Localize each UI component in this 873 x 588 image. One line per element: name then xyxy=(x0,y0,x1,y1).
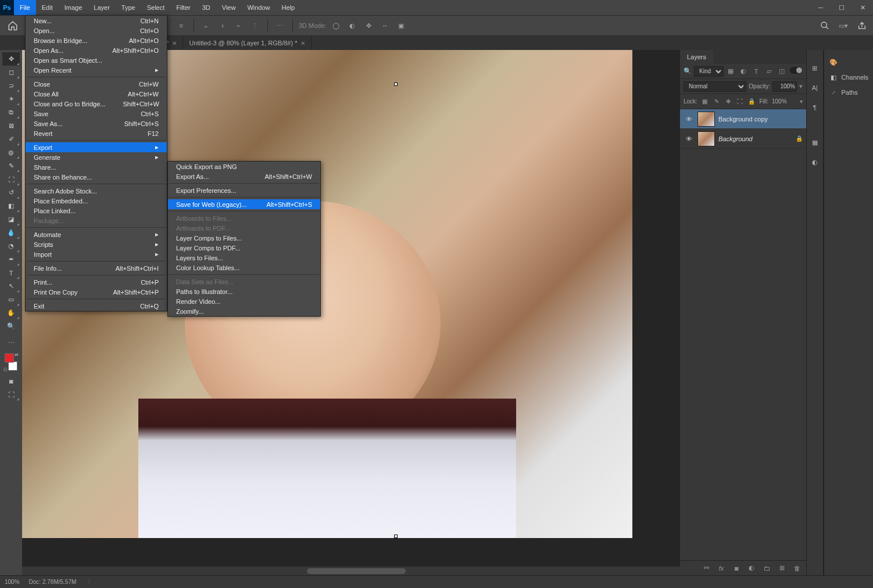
zoom-level[interactable]: 100% xyxy=(5,579,20,585)
delete-layer-icon[interactable]: 🗑 xyxy=(792,564,802,573)
menu-item-new[interactable]: New...Ctrl+N xyxy=(26,16,167,26)
eyedropper-tool[interactable]: ✐ xyxy=(2,132,20,146)
menu-item-search-adobe-stock[interactable]: Search Adobe Stock... xyxy=(26,186,167,196)
new-layer-icon[interactable]: ⊞ xyxy=(777,564,786,573)
menu-item-close-and-go-to-bridge[interactable]: Close and Go to Bridge...Shift+Ctrl+W xyxy=(26,99,167,109)
layer-name[interactable]: Background copy xyxy=(718,116,768,123)
more-options-icon[interactable]: ⋯ xyxy=(274,19,287,32)
distribute-icon[interactable]: ≡ xyxy=(175,19,188,32)
lock-image-icon[interactable]: ✎ xyxy=(713,98,721,106)
menu-item-open[interactable]: Open...Ctrl+O xyxy=(26,26,167,35)
menu-item-open-recent[interactable]: Open Recent▸ xyxy=(26,65,167,75)
lock-transparent-icon[interactable]: ▦ xyxy=(701,98,709,106)
align-bottom-icon[interactable]: ⫟ xyxy=(232,19,245,32)
filter-adjust-icon[interactable]: ◐ xyxy=(739,67,748,76)
orbit-3d-icon[interactable]: ◯ xyxy=(330,19,342,32)
character-icon[interactable]: A| xyxy=(808,81,821,94)
menu-item-exit[interactable]: ExitCtrl+Q xyxy=(26,301,167,311)
menu-layer[interactable]: Layer xyxy=(88,0,116,15)
menu-item-layer-comps-to-files[interactable]: Layer Comps to Files... xyxy=(168,233,320,243)
swatches-icon[interactable]: ▦ xyxy=(808,136,821,149)
menu-item-open-as-smart-object[interactable]: Open as Smart Object... xyxy=(26,55,167,65)
dodge-tool[interactable]: ◔ xyxy=(2,239,20,253)
menu-item-paths-to-illustrator[interactable]: Paths to Illustrator... xyxy=(168,286,320,296)
filter-smart-icon[interactable]: ◫ xyxy=(777,67,786,76)
properties-icon[interactable]: ⊞ xyxy=(808,62,821,74)
zoom-3d-icon[interactable]: ▣ xyxy=(395,19,407,32)
menu-edit[interactable]: Edit xyxy=(36,0,59,15)
menu-item-place-embedded[interactable]: Place Embedded... xyxy=(26,196,167,206)
menu-item-layers-to-files[interactable]: Layers to Files... xyxy=(168,253,320,263)
menu-file[interactable]: File xyxy=(14,0,36,15)
paths-panel-button[interactable]: ⟋Paths xyxy=(824,85,873,100)
layer-row[interactable]: 👁Background🔒 xyxy=(680,129,806,149)
eraser-tool[interactable]: ◧ xyxy=(2,199,20,213)
workspace-switcher-icon[interactable]: ▭▾ xyxy=(837,19,850,32)
gradient-tool[interactable]: ◪ xyxy=(2,213,20,226)
marquee-tool[interactable]: ◻ xyxy=(2,66,20,79)
lock-artboard-icon[interactable]: ⛶ xyxy=(736,98,744,106)
hand-tool[interactable]: ✋ xyxy=(2,306,20,320)
menu-item-import[interactable]: Import▸ xyxy=(26,249,167,259)
menu-item-export-preferences[interactable]: Export Preferences... xyxy=(168,185,320,195)
roll-3d-icon[interactable]: ◐ xyxy=(346,19,359,32)
maximize-button[interactable]: ☐ xyxy=(831,0,852,15)
menu-item-generate[interactable]: Generate▸ xyxy=(26,152,167,162)
layer-visibility-icon[interactable]: 👁 xyxy=(684,114,694,124)
brush-tool[interactable]: ✎ xyxy=(2,159,20,173)
layer-row[interactable]: 👁Background copy xyxy=(680,109,806,129)
menu-select[interactable]: Select xyxy=(141,0,171,15)
menu-item-close-all[interactable]: Close AllAlt+Ctrl+W xyxy=(26,89,167,99)
menu-item-scripts[interactable]: Scripts▸ xyxy=(26,239,167,249)
search-icon[interactable] xyxy=(818,19,831,32)
history-brush-tool[interactable]: ↺ xyxy=(2,186,20,199)
menu-item-color-lookup-tables[interactable]: Color Lookup Tables... xyxy=(168,263,320,273)
menu-item-render-video[interactable]: Render Video... xyxy=(168,296,320,306)
layer-thumbnail[interactable] xyxy=(697,131,715,146)
rectangle-tool[interactable]: ▭ xyxy=(2,293,20,306)
foreground-color-swatch[interactable] xyxy=(5,353,14,363)
menu-3d[interactable]: 3D xyxy=(196,0,216,15)
menu-item-share-on-behance[interactable]: Share on Behance... xyxy=(26,172,167,182)
transform-handle-bottom[interactable] xyxy=(394,535,398,538)
align-top-icon[interactable]: ⫠ xyxy=(200,19,213,32)
menu-image[interactable]: Image xyxy=(59,0,88,15)
menu-item-file-info[interactable]: File Info...Alt+Shift+Ctrl+I xyxy=(26,263,167,273)
home-button[interactable] xyxy=(5,17,21,34)
share-icon[interactable] xyxy=(856,19,868,32)
menu-view[interactable]: View xyxy=(216,0,242,15)
document-tab[interactable]: Untitled-3 @ 80% (Layer 1, RGB/8#) *✕ xyxy=(183,36,312,50)
fill-value[interactable]: 100% xyxy=(772,98,796,105)
transform-handle-top[interactable] xyxy=(394,83,398,86)
blend-mode-select[interactable]: Normal xyxy=(684,81,746,92)
channels-panel-button[interactable]: ◧Channels xyxy=(824,70,873,85)
menu-item-close[interactable]: CloseCtrl+W xyxy=(26,79,167,89)
path-select-tool[interactable]: ↖ xyxy=(2,279,20,293)
link-layers-icon[interactable]: ⚯ xyxy=(702,564,711,573)
background-color-swatch[interactable] xyxy=(8,361,17,371)
quick-select-tool[interactable]: ✶ xyxy=(2,92,20,106)
color-panel-button[interactable]: 🎨 xyxy=(824,55,873,70)
minimize-button[interactable]: ─ xyxy=(810,0,831,15)
type-tool[interactable]: T xyxy=(2,266,20,279)
distribute-v-icon[interactable]: ⋮ xyxy=(249,19,262,32)
layer-visibility-icon[interactable]: 👁 xyxy=(684,134,694,144)
screen-mode-tool[interactable]: ⛶ xyxy=(2,388,20,401)
opacity-value[interactable]: 100% xyxy=(772,81,797,92)
filter-kind-select[interactable]: Kind xyxy=(694,66,724,77)
blur-tool[interactable]: 💧 xyxy=(2,226,20,239)
quickmask-tool[interactable]: ◙ xyxy=(2,374,20,388)
filter-toggle[interactable] xyxy=(790,67,803,74)
edit-toolbar-icon[interactable]: ⋯ xyxy=(2,336,20,350)
adjustment-layer-icon[interactable]: ◐ xyxy=(747,564,756,573)
menu-item-export-as[interactable]: Export As...Alt+Shift+Ctrl+W xyxy=(168,171,320,181)
healing-brush-tool[interactable]: ◍ xyxy=(2,146,20,159)
slide-3d-icon[interactable]: ↔ xyxy=(378,19,391,32)
menu-item-automate[interactable]: Automate▸ xyxy=(26,230,167,239)
doc-size[interactable]: Doc: 2.78M/5.57M xyxy=(29,579,77,585)
menu-item-save-as[interactable]: Save As...Shift+Ctrl+S xyxy=(26,119,167,128)
swap-colors-icon[interactable]: ⇄ xyxy=(15,352,19,357)
lock-position-icon[interactable]: ✥ xyxy=(724,98,732,106)
status-chevron-icon[interactable]: 〉 xyxy=(88,578,94,586)
menu-type[interactable]: Type xyxy=(116,0,141,15)
